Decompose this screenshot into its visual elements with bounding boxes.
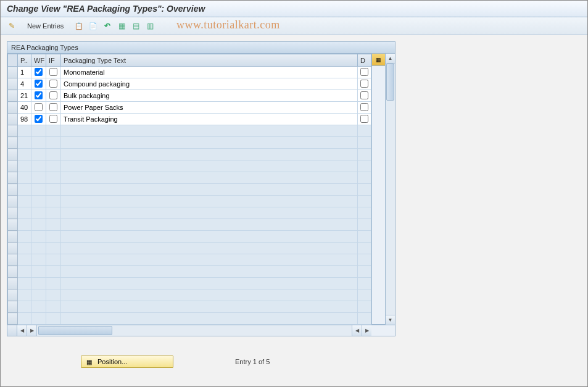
vertical-scrollbar[interactable]: ▲ ▼ [385, 54, 395, 325]
wf-checkbox[interactable] [35, 103, 43, 111]
cell-text[interactable] [61, 67, 358, 78]
scroll-right2-icon[interactable]: ▶ [362, 325, 371, 336]
table-row[interactable] [8, 90, 371, 102]
row-selector[interactable] [8, 160, 18, 172]
table-row[interactable] [8, 125, 371, 137]
row-selector[interactable] [8, 196, 18, 207]
col-header-p[interactable]: P.. [18, 54, 31, 67]
cell-text[interactable] [61, 102, 358, 114]
cell-if[interactable] [46, 114, 61, 125]
row-selector[interactable] [8, 149, 18, 160]
wf-checkbox[interactable] [35, 91, 43, 99]
undo-icon[interactable] [101, 20, 114, 32]
position-button[interactable]: ▦ Position... [81, 356, 173, 368]
row-selector[interactable] [8, 219, 18, 231]
cell-d[interactable] [358, 90, 371, 102]
cell-text[interactable] [61, 114, 358, 125]
cell-d[interactable] [358, 67, 371, 78]
text-input[interactable] [62, 104, 356, 111]
cell-if[interactable] [46, 102, 61, 114]
table-row[interactable] [8, 67, 371, 78]
row-selector[interactable] [8, 207, 18, 219]
cell-p[interactable] [18, 67, 31, 78]
row-selector[interactable] [8, 289, 18, 301]
text-input[interactable] [62, 115, 356, 123]
d-checkbox[interactable] [360, 103, 368, 111]
scroll-left2-icon[interactable]: ▶ [27, 325, 37, 336]
wf-checkbox[interactable] [35, 115, 43, 123]
text-input[interactable] [62, 92, 356, 99]
table-row[interactable] [8, 149, 371, 160]
table-row[interactable] [8, 243, 371, 254]
scroll-thumb[interactable] [386, 64, 394, 101]
cell-d[interactable] [358, 102, 371, 114]
col-header-d[interactable]: D [358, 54, 371, 67]
scroll-right-icon[interactable]: ◀ [352, 325, 362, 336]
row-selector[interactable] [8, 114, 18, 125]
table-row[interactable] [8, 231, 371, 243]
table-row[interactable] [8, 196, 371, 207]
table-row[interactable] [8, 278, 371, 289]
if-checkbox[interactable] [49, 91, 57, 99]
row-selector[interactable] [8, 278, 18, 289]
d-checkbox[interactable] [360, 91, 368, 99]
cell-p[interactable] [18, 90, 31, 102]
scroll-down-icon[interactable]: ▼ [386, 315, 395, 325]
row-selector[interactable] [8, 301, 18, 313]
cell-if[interactable] [46, 67, 61, 78]
cell-if[interactable] [46, 78, 61, 90]
text-input[interactable] [62, 80, 356, 88]
row-selector[interactable] [8, 78, 18, 90]
p-input[interactable] [19, 69, 30, 76]
horizontal-scrollbar[interactable]: ◀ ▶ ◀ ▶ [7, 325, 395, 336]
p-input[interactable] [19, 104, 30, 111]
table-row[interactable] [8, 254, 371, 266]
table-row[interactable] [8, 289, 371, 301]
row-selector[interactable] [8, 137, 18, 149]
cell-d[interactable] [358, 114, 371, 125]
p-input[interactable] [19, 92, 30, 99]
p-input[interactable] [19, 80, 30, 88]
cell-p[interactable] [18, 78, 31, 90]
table-settings-icon[interactable]: ▦ [372, 54, 385, 66]
if-checkbox[interactable] [49, 115, 57, 123]
table-row[interactable] [8, 137, 371, 149]
row-selector[interactable] [8, 90, 18, 102]
if-checkbox[interactable] [49, 80, 57, 88]
col-header-if[interactable]: IF [46, 54, 61, 67]
text-input[interactable] [62, 69, 356, 76]
d-checkbox[interactable] [360, 80, 368, 88]
cell-p[interactable] [18, 102, 31, 114]
row-selector[interactable] [8, 231, 18, 243]
row-selector[interactable] [8, 254, 18, 266]
row-selector[interactable] [8, 67, 18, 78]
row-selector[interactable] [8, 102, 18, 114]
copy-as-icon[interactable] [73, 20, 85, 32]
cell-p[interactable] [18, 114, 31, 125]
col-header-select[interactable] [8, 54, 18, 67]
scroll-up-icon[interactable]: ▲ [386, 54, 395, 64]
table-row[interactable] [8, 219, 371, 231]
row-selector[interactable] [8, 184, 18, 196]
cell-if[interactable] [46, 90, 61, 102]
table-row[interactable] [8, 184, 371, 196]
scroll-left-icon[interactable]: ◀ [17, 325, 27, 336]
cell-text[interactable] [61, 78, 358, 90]
toggle-change-icon[interactable] [6, 20, 18, 32]
table-row[interactable] [8, 78, 371, 90]
wf-checkbox[interactable] [35, 68, 43, 76]
table-row[interactable] [8, 301, 371, 313]
select-all-icon[interactable] [115, 20, 128, 32]
cell-wf[interactable] [31, 78, 46, 90]
col-header-wf[interactable]: WF [31, 54, 46, 67]
new-entries-button[interactable]: New Entries [22, 21, 68, 31]
deselect-all-icon[interactable] [144, 20, 156, 32]
row-selector[interactable] [8, 313, 18, 325]
col-header-text[interactable]: Packaging Type Text [61, 54, 358, 67]
p-input[interactable] [19, 115, 30, 123]
hscroll-thumb[interactable] [38, 326, 112, 335]
d-checkbox[interactable] [360, 68, 368, 76]
if-checkbox[interactable] [49, 103, 57, 111]
table-row[interactable] [8, 313, 371, 325]
cell-wf[interactable] [31, 67, 46, 78]
